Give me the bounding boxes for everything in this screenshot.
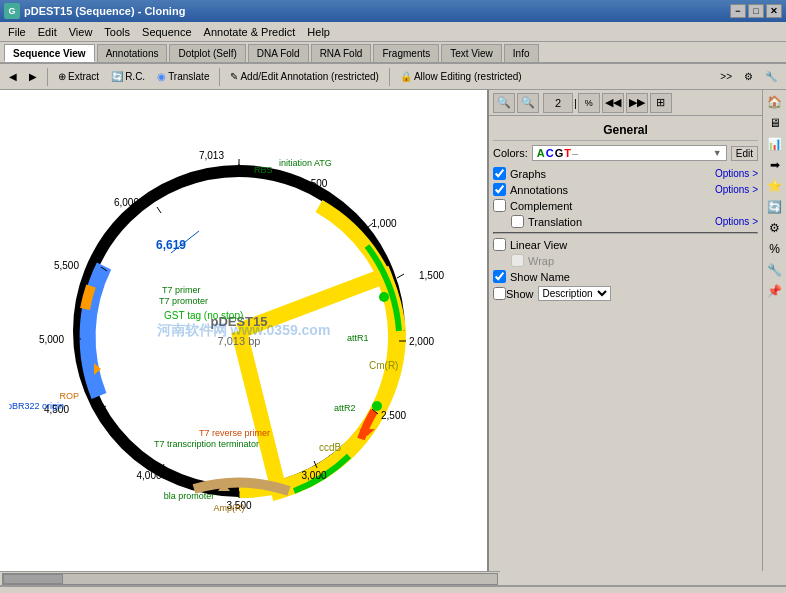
title-bar: G pDEST15 (Sequence) - Cloning − □ ✕ <box>0 0 786 22</box>
tab-sequence-view[interactable]: Sequence View <box>4 44 95 62</box>
show-name-checkbox[interactable] <box>493 270 506 283</box>
svg-text:T7 promoter: T7 promoter <box>159 296 208 306</box>
star-icon[interactable]: ⭐ <box>765 176 785 196</box>
svg-text:1,000: 1,000 <box>371 218 396 229</box>
forward-button[interactable]: ▶ <box>24 66 42 88</box>
svg-text:bla promoter: bla promoter <box>163 491 214 501</box>
show-description-checkbox[interactable] <box>493 287 506 300</box>
complement-checkbox[interactable] <box>493 199 506 212</box>
sequence-canvas[interactable]: 500 1,000 1,500 2,000 2,500 3,000 3,50 <box>0 90 487 571</box>
monitor-icon[interactable]: 🖥 <box>765 113 785 133</box>
rc-label: R.C. <box>125 71 145 82</box>
color-selector[interactable]: A C G T – ▼ <box>532 145 727 161</box>
svg-text:pBR322 origin: pBR322 origin <box>9 401 64 411</box>
graphs-checkbox[interactable] <box>493 167 506 180</box>
next-button[interactable]: ▶▶ <box>626 93 648 113</box>
tab-info[interactable]: Info <box>504 44 539 62</box>
tab-text-view[interactable]: Text View <box>441 44 502 62</box>
panel-section: General Colors: A C G T – ▼ Edit Graphs … <box>489 116 762 571</box>
tab-dna-fold[interactable]: DNA Fold <box>248 44 309 62</box>
scrollbar-track[interactable] <box>2 573 498 585</box>
graphs-options-link[interactable]: Options > <box>715 168 758 179</box>
svg-text:T7 primer: T7 primer <box>162 285 201 295</box>
window-title: pDEST15 (Sequence) - Cloning <box>24 5 185 17</box>
colors-row: Colors: A C G T – ▼ Edit <box>493 145 758 161</box>
rc-button[interactable]: 🔄 R.C. <box>106 66 150 88</box>
menu-view[interactable]: View <box>63 24 99 40</box>
prev-button[interactable]: ◀◀ <box>602 93 624 113</box>
separator-3 <box>389 68 390 86</box>
more-button[interactable]: >> <box>715 66 737 88</box>
tab-dotplot[interactable]: Dotplot (Self) <box>169 44 245 62</box>
scrollbar-thumb[interactable] <box>3 574 63 584</box>
tab-rna-fold[interactable]: RNA Fold <box>311 44 372 62</box>
separator-2 <box>219 68 220 86</box>
svg-text:attR2: attR2 <box>334 403 356 413</box>
annotations-options-link[interactable]: Options > <box>715 184 758 195</box>
add-annotation-button[interactable]: ✎ Add/Edit Annotation (restricted) <box>225 66 383 88</box>
tab-annotations[interactable]: Annotations <box>97 44 168 62</box>
tools2-icon[interactable]: 🔧 <box>765 260 785 280</box>
color-dash: – <box>572 147 578 159</box>
close-button[interactable]: ✕ <box>766 4 782 18</box>
maximize-button[interactable]: □ <box>748 4 764 18</box>
colors-label: Colors: <box>493 147 528 159</box>
svg-text:ccdB: ccdB <box>319 442 342 453</box>
menu-tools[interactable]: Tools <box>98 24 136 40</box>
translate-button[interactable]: ◉ Translate <box>152 66 214 88</box>
zoom-level[interactable]: 2 <box>543 93 573 113</box>
pin-icon[interactable]: 📌 <box>765 281 785 301</box>
svg-text:T7 transcription terminator: T7 transcription terminator <box>154 439 259 449</box>
color-t: T <box>564 147 571 159</box>
zoom-percent[interactable]: % <box>578 93 600 113</box>
minimize-button[interactable]: − <box>730 4 746 18</box>
svg-line-24 <box>157 207 161 213</box>
refresh-icon[interactable]: 🔄 <box>765 197 785 217</box>
percent-icon[interactable]: % <box>765 239 785 259</box>
menu-edit[interactable]: Edit <box>32 24 63 40</box>
translation-checkbox[interactable] <box>511 215 524 228</box>
zoom-in-button[interactable]: 🔍 <box>493 93 515 113</box>
menu-file[interactable]: File <box>2 24 32 40</box>
show-label: Show <box>506 288 534 300</box>
extract-button[interactable]: ⊕ Extract <box>53 66 104 88</box>
chart-icon[interactable]: 📊 <box>765 134 785 154</box>
separator-1 <box>47 68 48 86</box>
linear-view-checkbox[interactable] <box>493 238 506 251</box>
linear-view-option-row: Linear View <box>493 238 758 251</box>
wrap-label: Wrap <box>528 255 554 267</box>
plasmid-container: 500 1,000 1,500 2,000 2,500 3,000 3,50 <box>0 90 487 571</box>
zoom-out-button[interactable]: 🔍 <box>517 93 539 113</box>
wrap-checkbox[interactable] <box>511 254 524 267</box>
tools-button[interactable]: 🔧 <box>760 66 782 88</box>
add-annotation-label: Add/Edit Annotation (restricted) <box>240 71 378 82</box>
zoom-separator: | <box>574 97 577 109</box>
annotations-checkbox[interactable] <box>493 183 506 196</box>
allow-editing-button[interactable]: 🔒 Allow Editing (restricted) <box>395 66 527 88</box>
menu-annotate[interactable]: Annotate & Predict <box>198 24 302 40</box>
translation-options-link[interactable]: Options > <box>715 216 758 227</box>
show-description-row: Show Description <box>493 286 758 301</box>
window-controls[interactable]: − □ ✕ <box>730 4 782 18</box>
description-select[interactable]: Description <box>538 286 611 301</box>
home-icon[interactable]: 🏠 <box>765 92 785 112</box>
arrow-icon[interactable]: ➡ <box>765 155 785 175</box>
tab-fragments[interactable]: Fragments <box>373 44 439 62</box>
app-icon: G <box>4 3 20 19</box>
fit-button[interactable]: ⊞ <box>650 93 672 113</box>
show-name-label: Show Name <box>510 271 570 283</box>
status-bar: Cursor before base 6,619. <box>0 585 786 593</box>
settings-button[interactable]: ⚙ <box>739 66 758 88</box>
main-content: 500 1,000 1,500 2,000 2,500 3,000 3,50 <box>0 90 786 571</box>
svg-text:attR1: attR1 <box>347 333 369 343</box>
colors-edit-button[interactable]: Edit <box>731 146 758 161</box>
svg-text:500: 500 <box>310 178 327 189</box>
horizontal-scrollbar[interactable] <box>0 571 500 585</box>
plasmid-svg[interactable]: 500 1,000 1,500 2,000 2,500 3,000 3,50 <box>9 101 479 561</box>
svg-text:7,013: 7,013 <box>198 150 223 161</box>
back-button[interactable]: ◀ <box>4 66 22 88</box>
menu-sequence[interactable]: Sequence <box>136 24 198 40</box>
title-bar-left: G pDEST15 (Sequence) - Cloning <box>4 3 185 19</box>
menu-help[interactable]: Help <box>301 24 336 40</box>
gear-icon[interactable]: ⚙ <box>765 218 785 238</box>
